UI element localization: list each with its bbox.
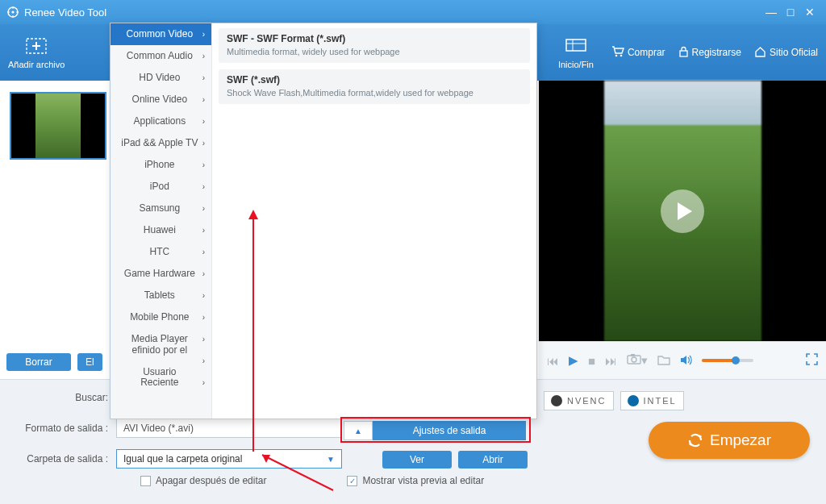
carpeta-select[interactable]: Igual que la carpeta original ▼ [116, 449, 342, 469]
comprar-link[interactable]: Comprar [611, 46, 665, 60]
category-label: Applications [117, 110, 202, 132]
intel-badge[interactable]: INTEL [620, 391, 684, 410]
sitio-oficial-link[interactable]: Sitio Oficial [754, 46, 818, 60]
category-label: Mobile Phone [117, 306, 202, 328]
format-result[interactable]: SWF - SWF Format (*.swf)Multimedia forma… [219, 28, 530, 63]
video-frame [539, 81, 826, 341]
bottom-right: NVENC INTEL Empezar [544, 388, 815, 496]
category-applications[interactable]: Applications› [111, 110, 211, 132]
el-button[interactable]: El [77, 353, 102, 371]
carpeta-label: Carpeta de salida : [11, 453, 108, 464]
volume-icon[interactable] [680, 354, 692, 368]
add-file-label: Añadir archivo [8, 60, 65, 69]
app-logo-icon [6, 6, 19, 19]
registrarse-label: Registrarse [692, 47, 741, 58]
add-file-button[interactable]: Añadir archivo [8, 35, 65, 69]
preview-checkbox[interactable] [347, 476, 357, 486]
chevron-right-icon: › [202, 328, 205, 350]
empezar-button[interactable]: Empezar [649, 422, 810, 459]
category-game-hardware[interactable]: Game Hardware› [111, 263, 211, 285]
format-category-list: Common Video›Common Audio›HD Video›Onlin… [111, 23, 212, 419]
registrarse-link[interactable]: Registrarse [678, 46, 741, 60]
play-button[interactable]: ▶ [569, 353, 578, 368]
abrir-button[interactable]: Abrir [458, 451, 528, 469]
category-common-video[interactable]: Common Video› [111, 23, 211, 45]
empezar-label: Empezar [710, 431, 771, 449]
next-button[interactable]: ⏭ [605, 354, 617, 368]
apagar-checkbox[interactable] [140, 476, 151, 486]
category-label: Huawei [117, 219, 202, 241]
category-common-audio[interactable]: Common Audio› [111, 45, 211, 67]
app-title: Renee Video Tool [24, 6, 106, 19]
volume-slider[interactable] [702, 359, 753, 362]
formato-select[interactable]: AVI Video (*.avi) [116, 419, 342, 438]
fullscreen-button[interactable] [806, 353, 818, 368]
chevron-right-icon: › [202, 110, 205, 132]
svg-point-18 [632, 357, 636, 362]
buscar-label: Buscar: [60, 392, 108, 403]
borrar-button[interactable]: Borrar [6, 353, 71, 371]
category-samsung[interactable]: Samsung› [111, 198, 211, 219]
chevron-right-icon: › [202, 67, 205, 89]
maximize-button[interactable]: □ [781, 6, 800, 19]
left-column: Borrar El Common Video›Common Audio›HD V… [0, 81, 539, 379]
category-iphone[interactable]: iPhone› [111, 154, 211, 176]
comprar-label: Comprar [628, 47, 665, 58]
chevron-right-icon: › [202, 219, 205, 241]
category-efinido-por-el-usuario[interactable]: efinido por el Usuario› [111, 350, 211, 372]
category-mobile-phone[interactable]: Mobile Phone› [111, 306, 211, 328]
ajustes-wrap: ▲ Ajustes de salida [344, 421, 526, 440]
category-label: Reciente [117, 372, 202, 394]
ajustes-collapse-button[interactable]: ▲ [344, 421, 373, 440]
format-result[interactable]: SWF (*.swf)Shock Wave Flash,Multimedia f… [219, 69, 530, 104]
category-hd-video[interactable]: HD Video› [111, 67, 211, 89]
prev-button[interactable]: ⏮ [547, 354, 559, 368]
chevron-right-icon: › [202, 45, 205, 67]
player-controls: ⏮ ▶ ■ ⏭ ▾ [539, 341, 826, 379]
close-button[interactable]: ✕ [800, 6, 820, 19]
snapshot-button[interactable]: ▾ [627, 353, 648, 368]
category-label: Common Audio [117, 45, 202, 67]
formato-label: Formato de salida : [11, 423, 108, 434]
stop-button[interactable]: ■ [588, 354, 595, 368]
chevron-right-icon: › [202, 198, 205, 219]
ver-button[interactable]: Ver [382, 451, 452, 469]
video-thumbnail[interactable] [10, 92, 106, 160]
category-online-video[interactable]: Online Video› [111, 89, 211, 110]
chevron-right-icon: › [202, 263, 205, 285]
minimize-button[interactable]: — [761, 6, 781, 19]
play-overlay-button[interactable] [661, 190, 704, 233]
preview-checkbox-row: Mostrar vista previa al editar [347, 475, 484, 486]
category-huawei[interactable]: Huawei› [111, 219, 211, 241]
video-preview-panel: ⏮ ▶ ■ ⏭ ▾ [539, 81, 826, 379]
chevron-right-icon: › [202, 241, 205, 263]
open-folder-button[interactable] [657, 354, 670, 368]
category-label: HD Video [117, 67, 202, 89]
chevron-right-icon: › [202, 285, 205, 306]
category-ipad-apple-tv[interactable]: iPad && Apple TV› [111, 132, 211, 154]
top-right-links: Comprar Registrarse Sitio Oficial [611, 46, 818, 60]
svg-point-12 [615, 54, 618, 56]
category-label: iPod [117, 176, 202, 198]
preview-label: Mostrar vista previa al editar [362, 475, 484, 486]
title-bar: Renee Video Tool — □ ✕ [0, 0, 826, 24]
nvenc-icon [551, 395, 562, 406]
apagar-label: Apagar después de editar [156, 475, 266, 486]
category-ipod[interactable]: iPod› [111, 176, 211, 198]
formato-value: AVI Video (*.avi) [123, 423, 194, 434]
checkbox-row: Apagar después de editar Mostrar vista p… [11, 475, 544, 486]
svg-rect-14 [680, 51, 687, 56]
svg-rect-19 [631, 354, 635, 356]
category-htc[interactable]: HTC› [111, 241, 211, 263]
category-label: HTC [117, 241, 202, 263]
nvenc-badge[interactable]: NVENC [544, 391, 614, 410]
home-icon [754, 46, 766, 60]
inicio-fin-button[interactable]: Inicio/Fin [558, 35, 594, 69]
category-label: Online Video [117, 89, 202, 110]
category-reciente[interactable]: Reciente› [111, 372, 211, 394]
intel-icon [628, 395, 639, 406]
annotation-arrow-vertical [252, 218, 254, 452]
category-tablets[interactable]: Tablets› [111, 285, 211, 306]
refresh-icon [687, 432, 703, 448]
ajustes-salida-button[interactable]: Ajustes de salida [373, 421, 526, 440]
